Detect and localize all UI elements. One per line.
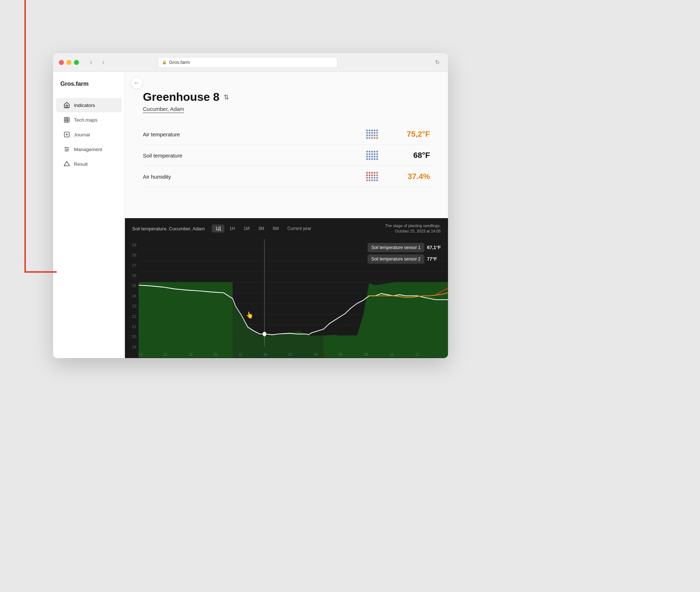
svg-text:20: 20 — [214, 352, 218, 356]
chart-annotation: The stage of planting seedlings. October… — [385, 223, 441, 234]
y-label-28: 28 — [127, 253, 136, 257]
sidebar: Gros.farm Indicators — [53, 72, 125, 358]
main-content: ← Greenhouse 8 ⇅ Cucumber, Adam Air temp… — [125, 72, 448, 358]
svg-text:06: 06 — [339, 352, 342, 356]
air-humidity-dots — [364, 172, 380, 181]
app-layout: Gros.farm Indicators — [53, 72, 448, 358]
time-btn-3m[interactable]: 3M — [255, 225, 268, 232]
time-btn-1m[interactable]: 1M — [240, 225, 253, 232]
sidebar-item-journal[interactable]: Journal — [56, 127, 122, 142]
air-humidity-value: 37.4% — [394, 172, 430, 181]
greenhouse-name: Greenhouse 8 — [143, 90, 219, 104]
sliders-icon — [63, 146, 70, 153]
sidebar-label-tech-maps: Tech.maps — [74, 117, 97, 123]
svg-point-13 — [66, 150, 67, 151]
indicator-air-humidity: Air humidity 37.4% — [143, 166, 430, 187]
close-button[interactable] — [59, 60, 64, 65]
decorative-line-vertical — [24, 0, 26, 273]
tooltip-sensor2: Soil temperature sensor 2 77°F — [368, 254, 441, 264]
cursor-pointer: 👆 — [246, 311, 253, 319]
chart-header: Soil temperature. Cucumber, Adam 1Д 1H 1… — [125, 218, 448, 239]
tooltip-sensor1-label: Soil temperature sensor 1 — [368, 243, 424, 252]
air-humidity-label: Air humidity — [143, 174, 364, 180]
time-btn-6m[interactable]: 6M — [269, 225, 283, 232]
sidebar-label-indicators: Indicators — [74, 103, 95, 108]
y-axis: 29 28 27 26 25 24 23 22 21 20 19 — [125, 239, 139, 358]
chart-title: Soil temperature. Cucumber, Adam — [132, 226, 205, 231]
y-label-26: 26 — [127, 273, 136, 278]
chart-section: Soil temperature. Cucumber, Adam 1Д 1H 1… — [125, 218, 448, 358]
svg-point-12 — [67, 149, 69, 150]
url-text: Gros.farm — [169, 60, 190, 65]
time-btn-1h[interactable]: 1H — [226, 225, 238, 232]
soil-temperature-label: Soil temperature — [143, 152, 364, 159]
sidebar-item-result[interactable]: Result — [56, 157, 122, 171]
y-label-23: 23 — [127, 304, 136, 308]
traffic-lights — [59, 60, 79, 65]
svg-text:14: 14 — [139, 352, 142, 356]
sidebar-label-journal: Journal — [74, 132, 90, 137]
tooltip-sensor1: Soil temperature sensor 1 67,1°F — [368, 243, 441, 252]
greenhouse-subtitle: Cucumber, Adam — [143, 106, 184, 113]
svg-text:22: 22 — [239, 352, 242, 356]
time-buttons: 1Д 1H 1M 3M 6M Current year — [212, 225, 315, 232]
lock-icon: 🔒 — [162, 60, 167, 65]
browser-chrome: ‹ › 🔒 Gros.farm ↻ — [53, 53, 448, 72]
svg-text:16: 16 — [163, 352, 167, 356]
decorative-line-horizontal — [24, 271, 57, 273]
y-label-25: 25 — [127, 283, 136, 288]
svg-text:12: 12 — [415, 352, 419, 356]
indicator-air-temperature: Air temperature 75,2°F — [143, 124, 430, 145]
map-icon — [63, 116, 70, 123]
chart-plot: 14 16 18 20 22 00 02 04 06 08 10 12 — [139, 239, 448, 358]
back-nav-button[interactable]: ‹ — [86, 57, 96, 67]
home-icon — [63, 102, 70, 109]
sidebar-label-result: Result — [74, 161, 88, 167]
forward-nav-button[interactable]: › — [98, 57, 108, 67]
journal-icon — [63, 131, 70, 138]
svg-text:02: 02 — [288, 352, 292, 356]
time-btn-current-year[interactable]: Current year — [284, 225, 315, 232]
time-btn-1d[interactable]: 1Д — [212, 225, 224, 232]
soil-temperature-value: 68°F — [394, 151, 430, 160]
tooltip-sensor2-label: Soil temperature sensor 2 — [368, 254, 424, 264]
svg-point-11 — [65, 147, 66, 148]
sort-icon[interactable]: ⇅ — [224, 93, 229, 101]
chart-icon — [63, 160, 70, 168]
annotation-line1: The stage of planting seedlings. — [385, 224, 441, 228]
chart-body: 29 28 27 26 25 24 23 22 21 20 19 — [125, 239, 448, 358]
air-temperature-dots — [364, 130, 380, 139]
sidebar-item-management[interactable]: Management — [56, 142, 122, 156]
air-temperature-value: 75,2°F — [394, 130, 430, 139]
svg-rect-0 — [64, 117, 69, 122]
y-label-21: 21 — [127, 324, 136, 329]
svg-text:04: 04 — [314, 352, 317, 356]
fullscreen-button[interactable] — [74, 60, 79, 65]
minimize-button[interactable] — [66, 60, 71, 65]
y-label-22: 22 — [127, 314, 136, 319]
air-temperature-label: Air temperature — [143, 131, 364, 137]
svg-text:10: 10 — [390, 352, 393, 356]
svg-marker-14 — [64, 161, 70, 166]
indicators-list: Air temperature 75,2°F — [143, 124, 430, 187]
indicator-soil-temperature: Soil temperature 68°F — [143, 145, 430, 166]
sidebar-label-management: Management — [74, 147, 102, 152]
sidebar-item-tech-maps[interactable]: Tech.maps — [56, 113, 122, 127]
chart-tooltip: Soil temperature sensor 1 67,1°F Soil te… — [368, 243, 441, 264]
svg-text:18: 18 — [189, 352, 192, 356]
browser-window: ‹ › 🔒 Gros.farm ↻ Gros.farm Indicators — [53, 53, 448, 358]
y-label-29: 29 — [127, 243, 136, 247]
svg-point-39 — [263, 332, 266, 336]
y-label-20: 20 — [127, 334, 136, 339]
y-label-27: 27 — [127, 263, 136, 268]
sidebar-item-indicators[interactable]: Indicators — [56, 98, 122, 112]
greenhouse-title: Greenhouse 8 ⇅ — [143, 90, 430, 104]
refresh-button[interactable]: ↻ — [432, 57, 442, 67]
back-button[interactable]: ← — [131, 77, 143, 89]
address-bar[interactable]: 🔒 Gros.farm — [158, 57, 337, 68]
svg-text:00: 00 — [263, 352, 267, 356]
content-area: Greenhouse 8 ⇅ Cucumber, Adam Air temper… — [125, 72, 448, 198]
tooltip-sensor1-value: 67,1°F — [427, 245, 441, 250]
y-label-24: 24 — [127, 294, 136, 298]
annotation-line2: October 25, 2023 at 14:05 — [395, 229, 441, 233]
